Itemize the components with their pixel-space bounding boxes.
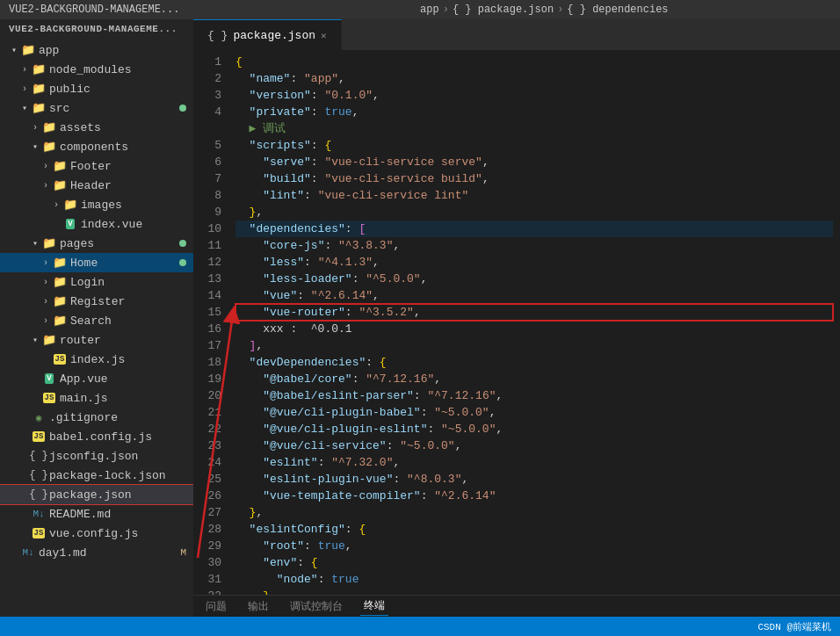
sidebar-item-babel.config.js[interactable]: JSbabel.config.js xyxy=(0,427,193,446)
sidebar-item-Footer[interactable]: ›📁Footer xyxy=(0,156,193,176)
sidebar-item-App.vue[interactable]: VApp.vue xyxy=(0,369,193,388)
token-str: "vue-cli-service serve" xyxy=(324,155,482,169)
sidebar-item-pages[interactable]: ▾📁pages xyxy=(0,234,193,253)
sidebar-item-Search[interactable]: ›📁Search xyxy=(0,311,193,330)
code-line: "vue-router": "^3.5.2", xyxy=(235,304,833,321)
arrow-icon: › xyxy=(49,198,63,212)
sidebar-item-vue.config.js[interactable]: JSvue.config.js xyxy=(0,524,193,543)
code-area[interactable]: { "name": "app", "version": "0.1.0", "pr… xyxy=(228,50,840,595)
token-plain: , xyxy=(270,589,277,595)
file-icon: JS xyxy=(42,391,56,405)
file-icon: JS xyxy=(32,430,46,444)
code-line: "build": "vue-cli-service build", xyxy=(235,170,833,187)
token-plain xyxy=(235,523,250,536)
file-icon: 📁 xyxy=(53,314,67,328)
sidebar-item-jsconfig.json[interactable]: { }jsconfig.json xyxy=(0,446,193,466)
sidebar-item-label: Footer xyxy=(70,160,112,173)
sidebar-item-Login[interactable]: ›📁Login xyxy=(0,272,193,292)
sidebar-item-index.vue[interactable]: Vindex.vue xyxy=(0,214,193,234)
token-plain: : xyxy=(352,372,366,386)
line-number xyxy=(193,120,221,137)
token-plain xyxy=(235,423,263,436)
tab-close-icon[interactable]: ✕ xyxy=(321,30,327,41)
token-key: "vue-router" xyxy=(263,306,345,319)
sidebar-item-router-index.js[interactable]: JSindex.js xyxy=(0,350,193,369)
token-plain: : xyxy=(311,172,325,185)
sidebar-item-components[interactable]: ▾📁components xyxy=(0,137,193,156)
token-plain: : xyxy=(304,189,318,202)
modified-dot xyxy=(179,105,186,112)
token-plain: : xyxy=(393,473,407,486)
sidebar-item-label: src xyxy=(49,102,69,115)
line-number: 18 xyxy=(193,354,221,371)
sidebar-item-main.js[interactable]: JSmain.js xyxy=(0,388,193,408)
tab-icon: { } xyxy=(207,29,228,42)
arrow-icon: › xyxy=(28,120,42,134)
code-line: "root": true, xyxy=(235,538,833,554)
sidebar-item-day1.md[interactable]: M↓day1.mdM xyxy=(0,543,193,562)
panel-tab-问题[interactable]: 问题 xyxy=(202,597,230,616)
code-line: xxx : ^0.0.1 xyxy=(235,321,833,337)
token-plain: : xyxy=(290,72,304,85)
token-plain: : xyxy=(414,389,428,402)
sidebar-item-label: app xyxy=(39,44,59,57)
token-key: "version" xyxy=(250,89,311,102)
line-number: 23 xyxy=(193,437,221,454)
panel-tab-终端[interactable]: 终端 xyxy=(360,596,388,616)
token-plain: , xyxy=(496,423,503,436)
status-right: CSDN @前端菜机 xyxy=(757,620,831,633)
token-str: "~5.0.0" xyxy=(400,439,454,452)
sidebar-item-public[interactable]: ›📁public xyxy=(0,79,193,98)
token-plain xyxy=(235,189,263,202)
sidebar-item-label: pages xyxy=(60,237,94,250)
token-key: "eslintConfig" xyxy=(250,523,345,536)
token-plain: , xyxy=(373,89,380,102)
tab-package-json[interactable]: { } package.json ✕ xyxy=(193,19,342,50)
panel-tab-输出[interactable]: 输出 xyxy=(244,597,272,616)
breadcrumb-file: { } package.json xyxy=(453,4,554,16)
file-icon: M↓ xyxy=(32,507,46,521)
line-number: 30 xyxy=(193,554,221,571)
line-number: 15 xyxy=(193,304,221,321)
arrow-icon: › xyxy=(39,275,53,289)
sidebar-item-.gitignore[interactable]: ◉.gitignore xyxy=(0,408,193,427)
sidebar-item-assets[interactable]: ›📁assets xyxy=(0,118,193,137)
sidebar-item-node_modules[interactable]: ›📁node_modules xyxy=(0,60,193,79)
sidebar-item-package.json[interactable]: { }package.json xyxy=(0,485,193,504)
panel-tab-调试控制台[interactable]: 调试控制台 xyxy=(286,597,346,616)
arrow-icon: ▾ xyxy=(28,236,42,250)
sidebar-item-label: main.js xyxy=(60,392,108,405)
breadcrumb: app › { } package.json › { } dependencie… xyxy=(420,4,668,16)
sidebar-item-src[interactable]: ▾📁src xyxy=(0,98,193,118)
arrow-icon: › xyxy=(39,314,53,328)
sidebar-item-label: day1.md xyxy=(39,546,87,560)
file-icon: M↓ xyxy=(21,546,35,560)
sidebar-item-Register[interactable]: ›📁Register xyxy=(0,292,193,311)
breadcrumb-app[interactable]: app xyxy=(420,4,439,16)
sidebar-item-router[interactable]: ▾📁router xyxy=(0,330,193,350)
arrow-icon xyxy=(18,410,32,424)
code-line: "vue": "^2.6.14", xyxy=(235,287,833,304)
token-plain: : xyxy=(304,539,318,553)
sidebar-item-package-lock.json[interactable]: { }package-lock.json xyxy=(0,466,193,485)
code-line: "serve": "vue-cli-service serve", xyxy=(235,154,833,170)
sidebar-item-app[interactable]: ▾📁app xyxy=(0,40,193,60)
token-plain xyxy=(235,172,263,185)
title-bar: VUE2-BACKGROUND-MANAGEME... app › { } pa… xyxy=(0,0,840,19)
arrow-icon: ▾ xyxy=(7,43,21,57)
sidebar-item-label: components xyxy=(60,141,128,154)
sidebar-item-images[interactable]: ›📁images xyxy=(0,195,193,214)
file-icon: { } xyxy=(32,468,46,482)
sidebar-item-label: node_modules xyxy=(49,63,132,76)
token-plain: : xyxy=(318,456,332,469)
token-key: "eslint-plugin-vue" xyxy=(263,473,393,486)
token-brace: { xyxy=(380,356,387,369)
sidebar-item-Home[interactable]: ›📁Home xyxy=(0,253,193,272)
token-key: "@vue/cli-plugin-eslint" xyxy=(263,423,427,436)
sidebar-item-label: Header xyxy=(70,179,112,192)
token-plain: : xyxy=(345,523,359,536)
sidebar-item-Header[interactable]: ›📁Header xyxy=(0,176,193,195)
file-icon: 📁 xyxy=(53,275,67,289)
sidebar-item-README.md[interactable]: M↓README.md xyxy=(0,504,193,524)
token-str: "^2.6.14" xyxy=(434,489,496,502)
